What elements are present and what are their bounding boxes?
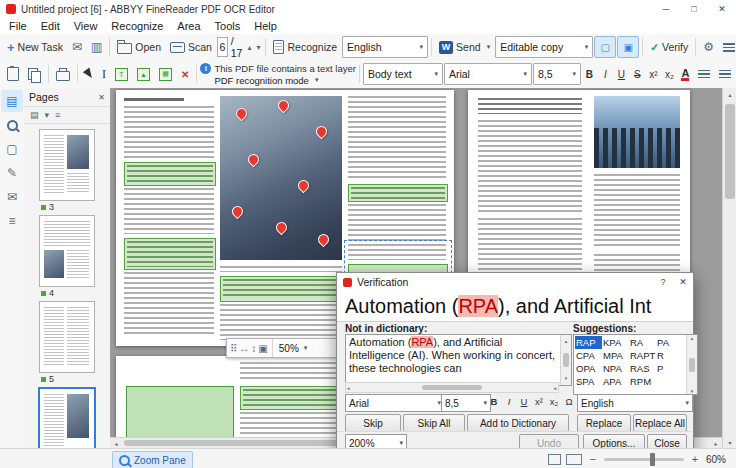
select-tool-button[interactable] [81, 63, 97, 85]
menu-area[interactable]: Area [170, 18, 207, 34]
suggestion-item[interactable]: NPA [602, 362, 629, 375]
mail-button[interactable]: ✉ [68, 36, 86, 58]
facing-pages-view-button[interactable]: ▣ [617, 36, 639, 58]
suggestion-item[interactable]: RPM [629, 375, 656, 388]
dialog-zoom-select[interactable]: 200%▾ [345, 434, 407, 448]
pages-list-icon[interactable]: ≡ [55, 110, 60, 120]
pages-layout-icon[interactable]: ▤ [30, 110, 39, 120]
zoom-pane-button[interactable]: Zoom Pane [112, 451, 193, 468]
help-button[interactable]: ? [653, 274, 673, 291]
fit-height-icon[interactable]: ↕ [251, 343, 256, 354]
ocr-text-area[interactable] [220, 276, 344, 302]
scrollbar-thumb[interactable] [725, 104, 735, 199]
replace-all-button[interactable]: Replace All [633, 414, 687, 432]
options-button[interactable]: Options... [583, 434, 645, 448]
font-color-button[interactable]: A [678, 65, 693, 83]
skip-all-button[interactable]: Skip All [403, 414, 465, 432]
text-tool-button[interactable]: I [98, 63, 110, 85]
zoom-in-button[interactable]: + [689, 453, 701, 465]
scroll-down-icon[interactable]: ▾ [723, 436, 736, 448]
subscript-button[interactable]: x₂ [662, 65, 677, 83]
search-panel-button[interactable] [1, 114, 23, 136]
draw-table-area-button[interactable]: ▦ [155, 63, 176, 85]
next-page-button[interactable]: ▾ [254, 37, 262, 57]
scroll-down-icon[interactable]: ▾ [565, 372, 568, 385]
fit-width-icon[interactable]: ↔ [239, 343, 249, 354]
fit-page-icon[interactable] [548, 454, 561, 465]
text-horizontal-scrollbar[interactable]: ◂ ▸ [345, 382, 559, 393]
pages-options-icon[interactable]: ▾ [45, 110, 50, 120]
suggestion-item[interactable] [656, 375, 683, 388]
tools-button[interactable] [719, 36, 736, 58]
suggestion-item[interactable]: RAP [575, 336, 602, 349]
delete-area-button[interactable]: ✕ [177, 63, 193, 85]
suggestion-item[interactable]: RAS [629, 362, 656, 375]
align-left-button[interactable] [694, 63, 714, 85]
ocr-language-select[interactable]: English ▾ [342, 36, 428, 58]
scroll-left-icon[interactable]: ◂ [110, 438, 122, 448]
zoom-slider[interactable] [604, 458, 684, 461]
pdf-recognition-mode-select[interactable]: PDF recognition mode ▾ [200, 75, 356, 86]
document-canvas[interactable]: ⠿ ↔ ↕ ▣ 50% ▾ ◂ ▸ Verification ? ✕ [110, 88, 722, 448]
print-button[interactable] [52, 63, 74, 85]
single-page-view-button[interactable]: ▢ [594, 36, 616, 58]
new-task-button[interactable]: + New Task [3, 36, 67, 58]
dialog-superscript-button[interactable]: x² [532, 394, 546, 409]
suggestion-item[interactable]: RAPT [629, 349, 656, 362]
suggestion-item[interactable]: RA [629, 336, 656, 349]
zoom-value[interactable]: 50% [279, 343, 299, 354]
font-size-select[interactable]: 8,5 ▾ [533, 63, 581, 85]
ocr-text-area[interactable] [124, 162, 216, 186]
maximize-button[interactable]: □ [680, 0, 708, 18]
verify-button[interactable]: ✓ Verify [646, 36, 692, 58]
dialog-language-select[interactable]: English▾ [577, 394, 693, 412]
suggestions-scrollbar[interactable]: ▴ ▾ [686, 335, 697, 394]
page-thumbnail[interactable] [39, 129, 95, 201]
scroll-right-icon[interactable]: ▸ [710, 438, 722, 448]
suggestions-list[interactable]: RAP KPA RA PA CPA MPA RAPT R OPA NPA RAS… [573, 334, 698, 395]
drag-handle-icon[interactable]: ⠿ [230, 343, 237, 354]
dialog-bold-button[interactable]: B [487, 394, 501, 409]
dialog-font-size-select[interactable]: 8,5▾ [441, 394, 491, 412]
zoom-out-button[interactable]: − [587, 453, 599, 465]
comments-panel-button[interactable]: ✉ [1, 186, 23, 208]
close-icon[interactable]: ✕ [98, 93, 105, 102]
text-vertical-scrollbar[interactable]: ▴ ▾ [560, 335, 571, 385]
align-justify-button[interactable] [715, 63, 735, 85]
dialog-italic-button[interactable]: I [502, 394, 516, 409]
open-button[interactable]: Open [113, 36, 165, 58]
ocr-text-area[interactable] [348, 184, 448, 202]
ocr-text-area[interactable] [124, 238, 216, 270]
menu-file[interactable]: File [2, 18, 34, 34]
suggestion-item[interactable]: OPA [575, 362, 602, 375]
menu-tools[interactable]: Tools [208, 18, 248, 34]
superscript-button[interactable]: x² [646, 65, 661, 83]
fit-width-icon[interactable] [566, 454, 582, 465]
dialog-font-select[interactable]: Arial▾ [345, 394, 445, 412]
suggestion-item[interactable]: MPA [602, 349, 629, 362]
scan-button[interactable]: Scan [166, 36, 216, 58]
suggestion-item[interactable]: KPA [602, 336, 629, 349]
scroll-up-icon[interactable]: ▴ [565, 335, 568, 348]
scrollbar-thumb[interactable] [689, 358, 695, 372]
bookmarks-panel-button[interactable]: ▢ [1, 138, 23, 160]
page-thumbnail[interactable] [39, 301, 95, 373]
menu-edit[interactable]: Edit [34, 18, 67, 34]
selected-image-area[interactable] [126, 386, 234, 442]
suggestion-item[interactable]: SPA [575, 375, 602, 388]
menu-view[interactable]: View [67, 18, 105, 34]
close-dialog-button[interactable]: Close [647, 434, 687, 448]
vertical-scrollbar[interactable]: ▴ ▾ [722, 88, 736, 448]
scrollbar-thumb[interactable] [422, 385, 482, 390]
scroll-up-icon[interactable]: ▴ [691, 335, 694, 341]
suggestion-item[interactable]: CPA [575, 349, 602, 362]
scrollbar-thumb[interactable] [563, 353, 569, 367]
draw-image-area-button[interactable]: ▲ [133, 63, 154, 85]
skip-button[interactable]: Skip [345, 414, 401, 432]
paragraph-style-select[interactable]: Body text ▾ [363, 63, 443, 85]
copy-button[interactable] [24, 63, 45, 85]
attachments-panel-button[interactable]: ≡ [1, 210, 23, 232]
paste-button[interactable] [3, 63, 23, 85]
page-number-input[interactable]: 6 [217, 37, 228, 57]
draw-text-area-button[interactable]: T [111, 63, 132, 85]
